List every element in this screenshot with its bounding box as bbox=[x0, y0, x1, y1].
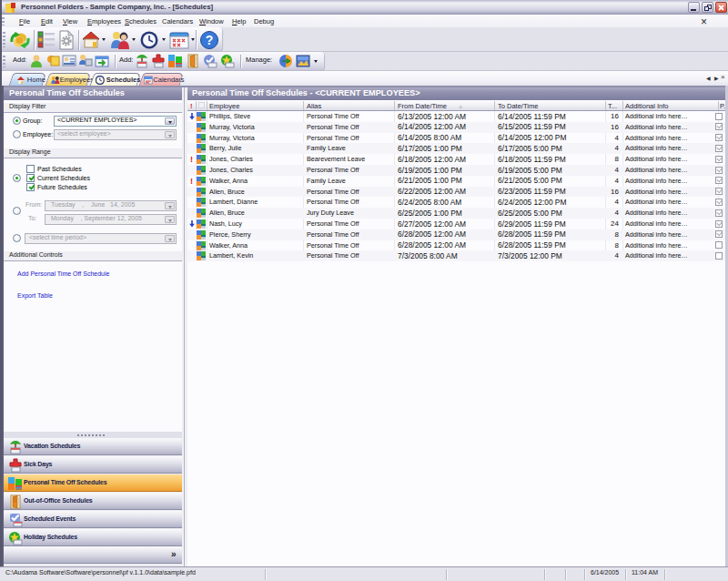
svg-text:?: ? bbox=[206, 33, 214, 47]
